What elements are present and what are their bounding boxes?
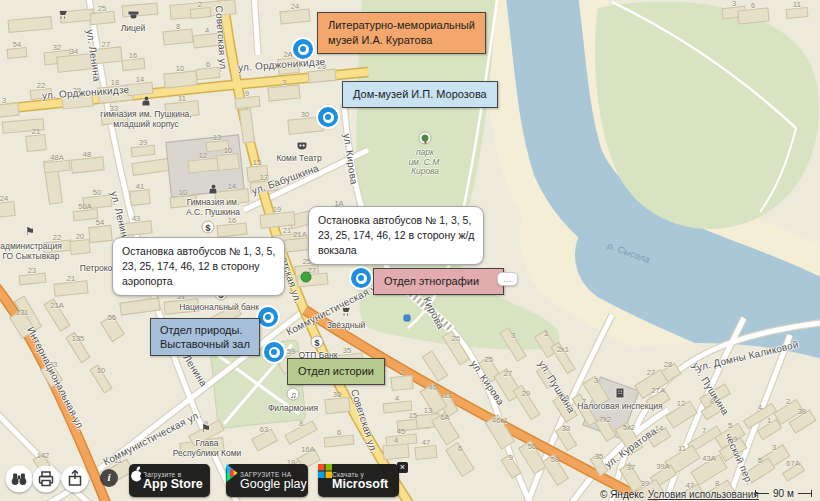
googleplay-badge[interactable]: ЗАГРУЗИТЕ НА Google play xyxy=(226,464,308,497)
terms-link[interactable]: Условия использования xyxy=(648,489,759,500)
callout-nature: Отдел природы. Выставочный зал xyxy=(150,318,260,356)
map-marker[interactable] xyxy=(293,39,313,59)
map-marker[interactable] xyxy=(264,342,284,362)
callout-bus-stop-airport: Остановка автобусов № 1, 3, 5, 23, 25, 1… xyxy=(112,237,285,296)
callout-collapsed[interactable]: … xyxy=(497,272,518,286)
microsoft-badge[interactable]: Скачать у Microsoft xyxy=(318,464,399,497)
map-canvas[interactable]: 5432342527168241814106382232133119313242… xyxy=(0,0,820,501)
info-button[interactable]: i xyxy=(100,469,118,487)
appstore-badge[interactable]: Загрузите в App Store xyxy=(129,464,210,497)
badge-big-text: Google play xyxy=(240,478,307,491)
bus-stop-dot[interactable] xyxy=(301,272,312,283)
scale-label: 90 м xyxy=(773,488,794,499)
badge-big-text: Microsoft xyxy=(332,478,388,491)
share-icon xyxy=(62,466,89,493)
callout-history: Отдел истории xyxy=(287,358,385,385)
google-play-icon xyxy=(226,464,239,482)
search-button[interactable] xyxy=(6,466,33,493)
print-button[interactable] xyxy=(33,466,60,493)
copyright-text: © Яндекс xyxy=(600,489,644,500)
scale-bar: 90 м xyxy=(755,488,812,499)
share-button[interactable] xyxy=(62,466,89,493)
badge-big-text: App Store xyxy=(143,478,203,491)
map-marker[interactable] xyxy=(318,107,338,127)
close-banner-button[interactable]: × xyxy=(397,462,408,473)
callout-ethnography: Отдел этнографии xyxy=(373,268,504,295)
callout-bus-stop-rail: Остановка автобусов № 1, 3, 5, 23, 25, 1… xyxy=(308,206,484,265)
map-marker[interactable] xyxy=(351,268,371,288)
binoculars-icon xyxy=(6,466,33,493)
attribution: © ЯндексУсловия использования xyxy=(600,489,759,500)
callout-morozov-museum: Дом-музей И.П. Морозова xyxy=(342,81,498,108)
map-marker[interactable] xyxy=(258,307,278,327)
apple-icon xyxy=(129,464,145,484)
microsoft-icon xyxy=(318,464,332,478)
callout-literary-museum: Литературно-мемориальный музей И.А. Кура… xyxy=(317,12,486,54)
printer-icon xyxy=(33,466,60,493)
